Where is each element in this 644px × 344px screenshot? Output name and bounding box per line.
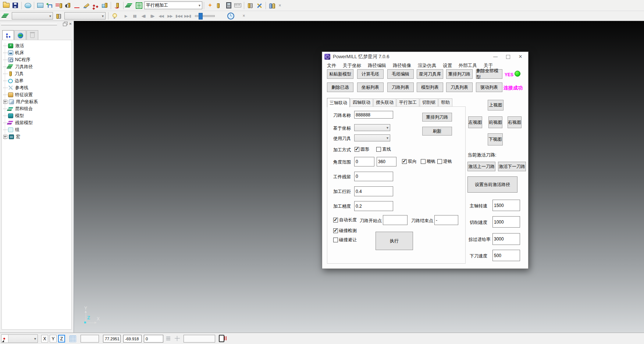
rearrange-toolpaths-button[interactable]: 重排列刀路: [446, 69, 473, 79]
climb-checkbox[interactable]: 顺铣: [421, 158, 435, 165]
mode-circle-checkbox[interactable]: 圆形: [355, 146, 369, 152]
end-point-input[interactable]: [434, 215, 458, 225]
use-tool-select[interactable]: ▾: [354, 134, 390, 141]
expand-icon[interactable]: [3, 100, 7, 104]
cylinder-pair-button[interactable]: [268, 1, 276, 10]
model-list-button[interactable]: 模型列表: [417, 83, 443, 92]
collision-check-button[interactable]: [73, 1, 81, 10]
open-project-button[interactable]: [2, 1, 10, 10]
strategy-list-button[interactable]: [135, 1, 143, 10]
maximize-button[interactable]: [502, 53, 514, 60]
axis-z-button[interactable]: Z: [58, 335, 65, 343]
sim-speed-slider[interactable]: [195, 15, 215, 17]
activate-prev-button[interactable]: 激活上一刀路: [467, 162, 495, 171]
block-button[interactable]: [36, 1, 45, 10]
sim-clock-button[interactable]: [227, 12, 235, 20]
tab-web[interactable]: [14, 30, 26, 40]
expand-icon[interactable]: [3, 135, 7, 139]
axis-x-button[interactable]: X: [41, 335, 48, 343]
sim-step-forward-button[interactable]: ▮▶: [149, 14, 156, 18]
strategy-dropdown[interactable]: 平行精加工 ▾: [144, 1, 202, 9]
menu-path-edit[interactable]: 路径编辑: [364, 62, 389, 70]
tree-item-levels-sets[interactable]: 层和组合: [3, 105, 71, 112]
batch-process-button[interactable]: [206, 1, 214, 10]
coord-y-readout[interactable]: -69.918: [123, 335, 142, 343]
panel-grip[interactable]: [1, 23, 57, 25]
view-left-button[interactable]: 左视图: [468, 116, 482, 128]
tab-four-axis[interactable]: 四轴联动: [350, 98, 373, 107]
rapid-heights-button[interactable]: [54, 1, 63, 10]
point-list-button[interactable]: [166, 336, 171, 341]
sim-fast-forward-button[interactable]: ▶▶: [166, 14, 174, 18]
tree-item-models[interactable]: 模型: [3, 112, 71, 119]
sim-toolpath-dropdown[interactable]: ▾: [12, 12, 53, 20]
sim-play-button[interactable]: ▶: [122, 14, 129, 18]
sim-tool-button[interactable]: [54, 12, 63, 20]
calculator-button[interactable]: [224, 1, 233, 10]
view-front-button[interactable]: 前视图: [488, 116, 502, 128]
pause-queue-button[interactable]: [219, 335, 224, 342]
toolbar-close-button[interactable]: ×: [277, 3, 283, 8]
grid-size-input[interactable]: [81, 335, 99, 343]
pattern-button[interactable]: [91, 1, 100, 10]
tree-item-patterns[interactable]: 参考线: [3, 84, 71, 91]
menu-render-sim[interactable]: 渲染仿真: [414, 62, 440, 70]
skim-feed-input[interactable]: [492, 233, 520, 245]
sim-light-button[interactable]: [110, 12, 119, 20]
tool-library-button[interactable]: 星河刀具库: [417, 69, 443, 79]
plunge-feed-input[interactable]: [492, 250, 520, 261]
view-bottom-button[interactable]: 下视图: [488, 133, 503, 145]
execute-button[interactable]: 执行: [376, 232, 413, 250]
panel-close-button[interactable]: ×: [69, 22, 72, 26]
measure-button[interactable]: [234, 1, 242, 10]
tree-item-feature-sets[interactable]: 特征设置: [3, 91, 71, 98]
plunge-mill-button[interactable]: [113, 1, 121, 10]
drive-list-button[interactable]: 驱动列表: [476, 83, 502, 92]
sim-go-end-button[interactable]: ▶▶▮: [184, 14, 191, 18]
paste-model-button[interactable]: 粘贴新模型: [327, 69, 353, 79]
menu-file[interactable]: 文件: [324, 62, 339, 70]
tree-item-groups[interactable]: 组: [3, 126, 71, 133]
toolpath-button[interactable]: [125, 1, 134, 10]
tab-tilt-head[interactable]: 摆头联动: [373, 98, 396, 107]
sim-tool-dropdown[interactable]: ▾: [64, 12, 106, 20]
stepover-input[interactable]: [354, 186, 393, 196]
tree-item-workplanes[interactable]: 用户坐标系: [3, 98, 71, 105]
locate-button[interactable]: [175, 336, 180, 341]
toolpath-name-input[interactable]: [354, 111, 393, 119]
collision-avoid-checkbox[interactable]: 碰撞避让: [333, 237, 357, 243]
view-top-button[interactable]: 上视图: [488, 100, 504, 110]
menu-settings[interactable]: 设置: [440, 62, 455, 70]
tool-block-button[interactable]: [100, 1, 109, 10]
activate-next-button[interactable]: 激活下一刀路: [498, 162, 526, 171]
angle-to-input[interactable]: [377, 157, 396, 166]
sim-toolbar-close-button[interactable]: ×: [241, 13, 247, 18]
minimize-button[interactable]: —: [489, 53, 502, 60]
coord-x-readout[interactable]: 77.2951: [103, 335, 121, 343]
edit-toolpath-button[interactable]: [82, 1, 90, 10]
based-coord-select[interactable]: ▾: [354, 124, 390, 131]
tree-item-toolpaths[interactable]: 刀具路径: [3, 63, 71, 70]
delete-all-models-button[interactable]: 删除全部模型: [476, 69, 502, 79]
edit-block-button[interactable]: 毛坯编辑: [387, 69, 414, 79]
tree-item-tools[interactable]: 刀具: [3, 70, 71, 77]
cutting-feed-input[interactable]: [492, 216, 520, 228]
close-button[interactable]: ×: [514, 53, 527, 60]
bidirectional-checkbox[interactable]: 双向: [402, 158, 417, 165]
auto-length-checkbox[interactable]: 自动长度: [333, 217, 357, 223]
delete-selected-button[interactable]: 删除已选: [327, 83, 353, 92]
leads-links-button[interactable]: [45, 1, 54, 10]
menu-path-mirror[interactable]: 路径镜像: [389, 62, 414, 70]
view-right-button[interactable]: 右视图: [508, 116, 522, 128]
sim-pause-button[interactable]: ▮▮: [131, 14, 138, 18]
tool-swap-button[interactable]: [255, 1, 264, 10]
tree-item-nc-program[interactable]: NC程序: [3, 56, 71, 63]
tree-item-activate[interactable]: 激活: [3, 42, 71, 49]
stock-remain-input[interactable]: [354, 172, 393, 181]
sim-go-start-button[interactable]: ▮◀◀: [175, 14, 182, 18]
sim-step-back-button[interactable]: ◀▮: [140, 14, 147, 18]
menu-coords[interactable]: 关于坐标: [339, 62, 364, 70]
tree-item-macros[interactable]: 宏: [3, 133, 71, 140]
sim-toolpath-button[interactable]: [2, 12, 10, 20]
tab-help[interactable]: 帮助: [438, 98, 452, 107]
